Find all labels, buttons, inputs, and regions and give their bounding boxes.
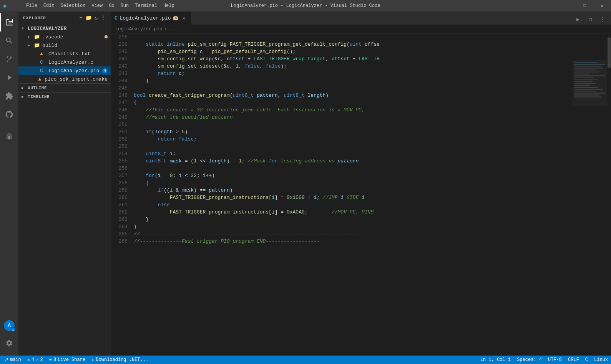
minimize-button[interactable]: — [558, 0, 576, 12]
cmake-icon: ▲ [40, 51, 47, 57]
branch-label: main [10, 357, 21, 362]
build-arrow: ▶ [28, 43, 34, 48]
run-file-button[interactable]: ▶ [573, 14, 583, 25]
tab-close-button[interactable]: ✕ [181, 15, 187, 21]
menu-view[interactable]: View [88, 0, 106, 12]
activity-settings[interactable] [0, 334, 18, 352]
project-root[interactable]: ▼ LOGICANALYZER [18, 24, 111, 33]
download-icon: ⇓ [91, 357, 94, 363]
menu-help[interactable]: Help [160, 0, 178, 12]
liveshare-num: 8 [53, 357, 56, 362]
collapse-icon[interactable]: ⋮ [100, 15, 106, 21]
maximize-button[interactable]: □ [576, 0, 593, 12]
activity-explorer[interactable] [0, 13, 18, 31]
status-platform[interactable]: Linux [591, 357, 611, 362]
encoding-label: UTF-8 [548, 357, 562, 362]
status-errors[interactable]: ✕ 4 ⚠ 2 [24, 356, 46, 364]
activity-search[interactable] [0, 31, 18, 50]
status-language[interactable]: C [582, 357, 591, 362]
logic-pio-label: LogicAnalyzer.pio [48, 68, 100, 74]
menu-selection[interactable]: Selection [58, 0, 89, 12]
minimap[interactable] [573, 33, 607, 356]
account-badge: 1 [11, 327, 15, 332]
breadcrumb-symbol[interactable]: ... [168, 26, 177, 32]
folder-icon: 📁 [34, 34, 41, 40]
file-tree: ▼ LOGICANALYZER ▶ 📁 .vscode ▶ 📁 build ▶ … [18, 24, 111, 356]
tree-item-logic-pio[interactable]: ▶ C LogicAnalyzer.pio 4 [18, 66, 111, 75]
root-arrow: ▼ [22, 26, 28, 31]
svg-point-7 [10, 56, 12, 58]
title-left: ◆ [0, 0, 10, 12]
tree-item-cmake[interactable]: ▶ ▲ CMakeLists.txt [18, 50, 111, 58]
svg-point-6 [7, 56, 8, 58]
svg-rect-29 [573, 60, 607, 106]
activity-extensions[interactable] [0, 87, 18, 105]
code-content[interactable]: static inline pio_sm_config FAST_TRIGGER… [131, 33, 573, 356]
code-editor[interactable]: 2382392402412422432442452462472482492502… [111, 33, 611, 356]
branch-icon: ⎇ [3, 357, 8, 363]
menu-go[interactable]: Go [106, 0, 117, 12]
tree-item-logic-c[interactable]: ▶ C LogicAnalyzer.c [18, 58, 111, 66]
status-encoding[interactable]: UTF-8 [545, 357, 565, 362]
position-label: Ln 1, Col 1 [480, 357, 511, 362]
status-spaces[interactable]: Spaces: 4 [514, 357, 545, 362]
outline-arrow: ▶ [22, 86, 28, 90]
pio-badge: 4 [102, 68, 108, 73]
build-label: build [42, 43, 57, 48]
activity-source-control[interactable] [0, 50, 18, 68]
breadcrumb-sep: › [164, 26, 166, 32]
status-eol[interactable]: CRLF [565, 357, 582, 362]
tree-item-pico-cmake[interactable]: ▶ ▲ pico_sdk_import.cmake [18, 75, 111, 83]
vscode-arrow: ▶ [28, 35, 34, 39]
logic-c-label: LogicAnalyzer.c [48, 60, 93, 65]
project-name: LOGICANALYZER [28, 26, 66, 31]
more-actions-button[interactable]: ⋮ [597, 14, 608, 25]
activity-bar: A 1 [0, 12, 18, 356]
outline-section: ▶ OUTLINE [18, 83, 111, 92]
explorer-title: EXPLORER [23, 16, 46, 20]
refresh-icon[interactable]: ↻ [95, 15, 98, 21]
tab-label: LogicAnalyzer.pio [120, 15, 171, 21]
svg-rect-1 [7, 19, 7, 26]
svg-rect-2 [7, 25, 13, 25]
window-title: LogicAnalyzer.pio - LogicAnalyzer - Visu… [231, 3, 380, 8]
activity-run[interactable] [0, 68, 18, 87]
tab-error-badge: 4 [173, 16, 178, 20]
timeline-arrow: ▶ [22, 94, 28, 99]
pico-cmake-label: pico_sdk_import.cmake [45, 76, 108, 82]
explorer-actions: + 📁 ↻ ⋮ [80, 15, 106, 21]
timeline-header[interactable]: ▶ TIMELINE [18, 93, 111, 101]
warning-count: 2 [40, 357, 43, 362]
split-editor-button[interactable]: ◻ [585, 14, 596, 25]
account-avatar[interactable]: A 1 [4, 320, 15, 331]
folder-icon-build: 📁 [34, 42, 41, 48]
vscode-badge [105, 35, 108, 38]
new-folder-icon[interactable]: 📁 [85, 15, 92, 21]
menu-edit[interactable]: Edit [40, 0, 58, 12]
status-position[interactable]: Ln 1, Col 1 [477, 357, 514, 362]
spaces-label: Spaces: 4 [517, 357, 542, 362]
tree-item-build[interactable]: ▶ 📁 build [18, 41, 111, 50]
status-liveshare[interactable]: ∞ 8 Live Share [46, 356, 88, 364]
status-branch[interactable]: ⎇ main [0, 356, 24, 364]
menu-terminal[interactable]: Terminal [132, 0, 160, 12]
tab-logic-pio[interactable]: C LogicAnalyzer.pio 4 ✕ [111, 12, 191, 25]
menu-run[interactable]: Run [118, 0, 132, 12]
language-label: C [585, 357, 588, 362]
close-button[interactable]: ✕ [593, 0, 611, 12]
svg-point-8 [7, 61, 8, 62]
liveshare-label: Live Share [58, 357, 85, 362]
outline-header[interactable]: ▶ OUTLINE [18, 84, 111, 92]
menu-file[interactable]: File [23, 0, 40, 12]
breadcrumb-file[interactable]: LogicAnalyzer.pio [115, 26, 162, 32]
svg-rect-3 [12, 19, 13, 23]
status-downloading[interactable]: ⇓ Downloading .NET... [88, 356, 151, 364]
vertical-scrollbar[interactable] [607, 33, 611, 356]
activity-github[interactable] [0, 105, 18, 124]
tree-item-vscode[interactable]: ▶ 📁 .vscode [18, 33, 111, 41]
liveshare-icon: ∞ [49, 357, 52, 362]
warning-icon: ⚠ [36, 357, 38, 363]
activity-remote[interactable] [0, 127, 18, 145]
eol-label: CRLF [568, 357, 579, 362]
new-file-icon[interactable]: + [80, 15, 83, 21]
